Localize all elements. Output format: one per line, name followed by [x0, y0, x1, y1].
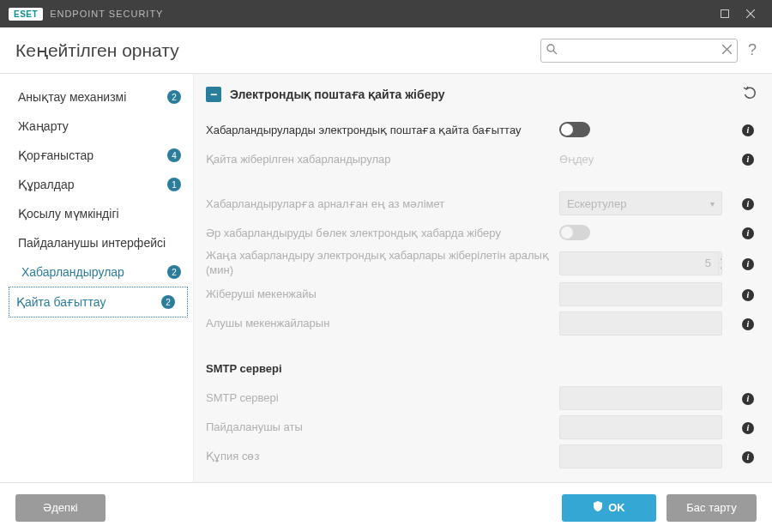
smtp-server-input [559, 386, 722, 410]
info-icon[interactable]: i [739, 391, 757, 405]
min-info-select: Ескертулер ▾ [559, 191, 722, 215]
svg-point-3 [547, 45, 554, 51]
stepper-up-icon: ▲ [719, 252, 722, 264]
info-icon[interactable]: i [739, 287, 757, 301]
row-forward-toggle: Хабарландыруларды электрондық поштаға қа… [206, 115, 757, 144]
footer: Әдепкі OK Бас тарту [0, 482, 772, 532]
row-interval: Жаңа хабарландыру электрондық хабарлары … [206, 247, 757, 280]
sidebar-item-ui[interactable]: Пайдаланушы интерфейсі [0, 228, 193, 257]
default-button[interactable]: Әдепкі [15, 494, 106, 522]
sidebar-item-connectivity[interactable]: Қосылу мүмкіндігі [0, 199, 193, 228]
clear-search-icon[interactable] [722, 44, 732, 57]
product-name: ENDPOINT SECURITY [50, 9, 163, 19]
row-recipients: Алушы мекенжайларын i [206, 309, 757, 338]
sidebar-item-notifications[interactable]: Хабарландырулар 2 [3, 257, 193, 287]
sidebar-item-label: Құралдар [18, 178, 162, 191]
titlebar: ESET ENDPOINT SECURITY [0, 0, 772, 27]
row-label: Алушы мекенжайларын [206, 317, 551, 329]
row-label: Әр хабарландыруды бөлек электрондық хаба… [206, 227, 551, 239]
header: Кеңейтілген орнату ? [0, 27, 772, 74]
sender-input [559, 282, 722, 306]
search-icon [546, 44, 558, 57]
sidebar-item-detection-engine[interactable]: Анықтау механизмі 2 [0, 82, 193, 112]
info-icon[interactable]: i [739, 196, 757, 210]
row-label: Қайта жіберілген хабарландырулар [206, 153, 551, 166]
interval-input [560, 252, 718, 275]
row-sender: Жіберуші мекенжайы i [206, 280, 757, 309]
info-icon[interactable]: i [739, 152, 757, 166]
select-value: Ескертулер [567, 197, 626, 210]
badge: 1 [167, 178, 181, 191]
chevron-down-icon: ▾ [710, 199, 715, 209]
info-icon[interactable]: i [739, 420, 757, 434]
badge: 2 [161, 295, 175, 309]
row-smtp-server: SMTP сервері i [206, 384, 757, 413]
cancel-button[interactable]: Бас тарту [666, 494, 757, 522]
help-button[interactable]: ? [748, 41, 757, 59]
sidebar-item-label: Жаңарту [18, 119, 181, 133]
sidebar-item-label: Қайта бағыттау [16, 295, 156, 309]
badge: 2 [167, 90, 181, 104]
recipients-input [559, 311, 722, 336]
row-label: Құпия сөз [206, 450, 551, 462]
smtp-username-input [559, 415, 722, 439]
window-close-icon[interactable] [738, 5, 763, 22]
row-min-info: Хабарландыруларға арналған ең аз мәлімет… [206, 189, 757, 218]
row-smtp-password: Құпия сөз i [206, 442, 757, 471]
row-label: Жіберуші мекенжайы [206, 287, 551, 300]
sidebar-item-label: Қосылу мүмкіндігі [18, 207, 181, 221]
row-label: Хабарландыруларды электрондық поштаға қа… [206, 124, 551, 136]
section-title: Электрондық поштаға қайта жіберу [230, 88, 734, 101]
send-separate-toggle [559, 225, 590, 240]
badge: 2 [167, 265, 181, 279]
interval-stepper: ▲ ▼ [559, 251, 722, 275]
eset-logo: ESET [9, 8, 43, 21]
row-label: Хабарландыруларға арналған ең аз мәлімет [206, 197, 551, 210]
svg-rect-0 [721, 10, 729, 18]
sidebar-item-protections[interactable]: Қорғаныстар 4 [0, 141, 193, 170]
row-smtp-username: Пайдаланушы аты i [206, 413, 757, 442]
row-label: Пайдаланушы аты [206, 420, 551, 433]
sidebar-item-label: Хабарландырулар [21, 265, 162, 279]
sidebar-item-update[interactable]: Жаңарту [0, 112, 193, 141]
info-icon[interactable]: i [739, 450, 757, 463]
sidebar-item-label: Қорғаныстар [18, 148, 162, 162]
row-send-separate: Әр хабарландыруды бөлек электрондық хаба… [206, 218, 757, 247]
svg-line-4 [553, 51, 557, 54]
search-input[interactable] [563, 44, 717, 57]
search-box[interactable] [540, 39, 738, 63]
ok-label: OK [608, 501, 625, 514]
sidebar-item-label: Анықтау механизмі [18, 90, 162, 104]
collapse-section-icon[interactable]: − [206, 87, 221, 102]
brand: ESET ENDPOINT SECURITY [9, 8, 163, 21]
row-label: Жаңа хабарландыру электрондық хабарлары … [206, 249, 551, 278]
sidebar-item-label: Пайдаланушы интерфейсі [18, 236, 181, 250]
sidebar-item-tools[interactable]: Құралдар 1 [0, 170, 193, 199]
smtp-password-input [559, 444, 722, 469]
sidebar-item-forwarding[interactable]: Қайта бағыттау 2 [9, 287, 188, 317]
page-title: Кеңейтілген орнату [15, 40, 179, 61]
stepper-down-icon: ▼ [719, 263, 722, 275]
row-resent-notifications: Қайта жіберілген хабарландырулар Өңдеу i [206, 144, 757, 173]
info-icon[interactable]: i [739, 317, 757, 330]
window-maximize-icon[interactable] [712, 5, 738, 22]
edit-link: Өңдеу [559, 153, 594, 166]
shield-icon [593, 501, 603, 514]
smtp-heading: SMTP сервері [206, 362, 757, 375]
info-icon[interactable]: i [739, 257, 757, 270]
undo-icon[interactable] [743, 86, 757, 103]
sidebar: Анықтау механизмі 2 Жаңарту Қорғаныстар … [0, 74, 193, 482]
info-icon[interactable]: i [739, 123, 757, 136]
badge: 4 [167, 148, 181, 162]
row-label: SMTP сервері [206, 391, 551, 404]
info-icon[interactable]: i [739, 226, 757, 239]
ok-button[interactable]: OK [562, 494, 656, 522]
forward-email-toggle[interactable] [559, 122, 590, 137]
content-pane: − Электрондық поштаға қайта жіберу Хабар… [193, 74, 772, 482]
